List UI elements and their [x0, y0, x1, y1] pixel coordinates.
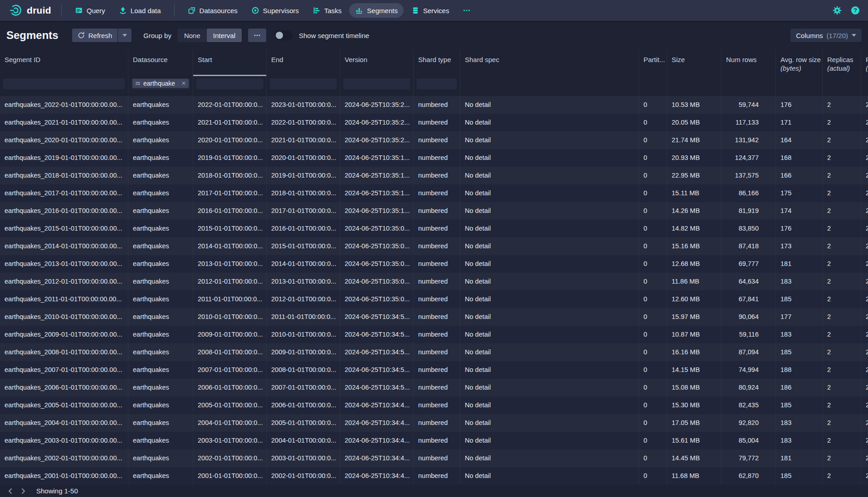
cell-size: 14.45 MB: [667, 449, 722, 467]
cell-segment-id: earthquakes_2020-01-01T00:00:00.00...: [0, 131, 128, 149]
table-row[interactable]: earthquakes_2001-01-01T00:00:00.00... ea…: [0, 467, 868, 485]
cell-num-rows: 137,575: [722, 167, 776, 184]
table-row[interactable]: earthquakes_2018-01-01T00:00:00.00... ea…: [0, 167, 868, 184]
caret-down-icon: [122, 34, 127, 37]
table-row[interactable]: earthquakes_2013-01-01T00:00:00.00... ea…: [0, 255, 868, 273]
cell-size: 11.68 MB: [667, 467, 722, 485]
nav-item-load-data[interactable]: Load data: [113, 3, 167, 18]
chevron-left-icon: [7, 488, 14, 494]
table-row[interactable]: earthquakes_2010-01-01T00:00:00.00... ea…: [0, 308, 868, 326]
column-header-num-rows[interactable]: Num rows: [722, 50, 776, 76]
table-row[interactable]: earthquakes_2020-01-01T00:00:00.00... ea…: [0, 131, 868, 149]
cell-version: 2024-06-25T10:35:0...: [340, 237, 414, 255]
pagination-next-button[interactable]: [17, 486, 29, 497]
table-row[interactable]: earthquakes_2004-01-01T00:00:00.00... ea…: [0, 414, 868, 432]
cell-shard-type: numbered: [414, 273, 460, 290]
table-row[interactable]: earthquakes_2009-01-01T00:00:00.00... ea…: [0, 326, 868, 343]
table-row[interactable]: earthquakes_2021-01-01T00:00:00.00... ea…: [0, 114, 868, 131]
remove-filter-icon[interactable]: ✕: [181, 80, 186, 87]
more-menu-button[interactable]: [457, 3, 477, 18]
column-header-shard-spec[interactable]: Shard spec: [460, 50, 639, 76]
column-header-size[interactable]: Size: [667, 50, 722, 76]
nav-item-datasources[interactable]: Datasources: [182, 3, 244, 18]
refresh-button[interactable]: Refresh: [72, 29, 118, 42]
cell-replicas: 2: [823, 220, 861, 237]
group-by-none-button[interactable]: None: [178, 29, 207, 42]
column-header-replicas[interactable]: Replicas(actual): [823, 50, 861, 76]
cell-version: 2024-06-25T10:35:1...: [340, 202, 414, 220]
toolbar-more-button[interactable]: [248, 29, 266, 42]
help-button[interactable]: ?: [851, 6, 860, 15]
table-row[interactable]: earthquakes_2017-01-01T00:00:00.00... ea…: [0, 184, 868, 202]
column-header-end[interactable]: End: [267, 50, 340, 76]
table-row[interactable]: earthquakes_2008-01-01T00:00:00.00... ea…: [0, 343, 868, 361]
pagination-prev-button[interactable]: [5, 486, 16, 497]
nav-divider: [174, 5, 175, 16]
nav-item-tasks[interactable]: Tasks: [307, 3, 347, 18]
table-row[interactable]: earthquakes_2022-01-01T00:00:00.00... ea…: [0, 96, 868, 114]
cell-num-rows: 59,744: [722, 96, 776, 114]
table-row[interactable]: earthquakes_2002-01-01T00:00:00.00... ea…: [0, 449, 868, 467]
refresh-caret-button[interactable]: [118, 29, 132, 42]
nav-item-segments[interactable]: Segments: [349, 3, 404, 18]
filter-input-segment-id[interactable]: [3, 77, 125, 89]
cell-num-rows: 86,166: [722, 184, 776, 202]
cell-partition: 0: [639, 273, 667, 290]
cell-segment-id: earthquakes_2005-01-01T00:00:00.00...: [0, 396, 128, 414]
table-row[interactable]: earthquakes_2014-01-01T00:00:00.00... ea…: [0, 237, 868, 255]
cell-partition: 0: [639, 167, 667, 184]
cell-segment-id: earthquakes_2022-01-01T00:00:00.00...: [0, 96, 128, 114]
table-row[interactable]: earthquakes_2015-01-01T00:00:00.00... ea…: [0, 220, 868, 237]
column-header-version[interactable]: Version: [340, 50, 414, 76]
column-header-segment-id[interactable]: Segment ID: [0, 50, 128, 76]
table-row[interactable]: earthquakes_2011-01-01T00:00:00.00... ea…: [0, 290, 868, 308]
cell-segment-id: earthquakes_2004-01-01T00:00:00.00...: [0, 414, 128, 432]
datasource-filter-tag[interactable]: earthquake ✕: [132, 79, 189, 88]
page-title: Segments: [6, 29, 59, 42]
cell-replicas: 2: [823, 273, 861, 290]
cell-avg-row-size: 183: [776, 432, 823, 449]
cell-start: 2003-01-01T00:00:0...: [193, 432, 267, 449]
load-data-icon: [119, 6, 127, 14]
column-header-partition[interactable]: Partit...: [639, 50, 667, 76]
nav-item-services[interactable]: Services: [405, 3, 455, 18]
cell-num-rows: 117,133: [722, 114, 776, 131]
table-row[interactable]: earthquakes_2003-01-01T00:00:00.00... ea…: [0, 432, 868, 449]
table-row[interactable]: earthquakes_2007-01-01T00:00:00.00... ea…: [0, 361, 868, 379]
column-header-avg-row-size[interactable]: Avg. row size(bytes): [776, 50, 823, 76]
table-row[interactable]: earthquakes_2005-01-01T00:00:00.00... ea…: [0, 396, 868, 414]
cell-version: 2024-06-25T10:35:2...: [340, 114, 414, 131]
column-header-shard-type[interactable]: Shard type: [414, 50, 460, 76]
filter-input-datasource[interactable]: earthquake ✕: [131, 77, 190, 89]
druid-logo[interactable]: druid: [6, 4, 54, 17]
column-header-datasource[interactable]: Datasource: [128, 50, 193, 76]
cell-replication-factor: 2: [861, 202, 868, 220]
column-header-start[interactable]: Start: [193, 50, 267, 76]
cell-shard-spec: No detail: [460, 202, 639, 220]
cell-shard-type: numbered: [414, 326, 460, 343]
column-header-replication-factor[interactable]: R(: [861, 50, 868, 76]
filter-input-shard-type[interactable]: [416, 77, 457, 89]
table-row[interactable]: earthquakes_2006-01-01T00:00:00.00... ea…: [0, 379, 868, 396]
cell-shard-type: numbered: [414, 202, 460, 220]
table-row[interactable]: earthquakes_2019-01-01T00:00:00.00... ea…: [0, 149, 868, 167]
columns-button[interactable]: Columns (17/20): [790, 29, 862, 42]
nav-item-query[interactable]: Query: [69, 3, 111, 18]
settings-button[interactable]: [833, 6, 842, 15]
cell-end: 2018-01-01T00:00:0...: [267, 184, 340, 202]
cell-size: 12.60 MB: [667, 290, 722, 308]
table-row[interactable]: earthquakes_2012-01-01T00:00:00.00... ea…: [0, 273, 868, 290]
cell-partition: 0: [639, 131, 667, 149]
table-row[interactable]: earthquakes_2016-01-01T00:00:00.00... ea…: [0, 202, 868, 220]
group-by-interval-button[interactable]: Interval: [207, 29, 242, 42]
segment-timeline-toggle[interactable]: [274, 30, 293, 40]
cell-version: 2024-06-25T10:34:5...: [340, 308, 414, 326]
cell-start: 2007-01-01T00:00:0...: [193, 361, 267, 379]
cell-replication-factor: 2: [861, 184, 868, 202]
cell-shard-type: numbered: [414, 414, 460, 432]
nav-item-supervisors[interactable]: Supervisors: [245, 3, 305, 18]
cell-replication-factor: 2: [861, 449, 868, 467]
filter-input-version[interactable]: [343, 77, 410, 89]
filter-input-start[interactable]: [196, 77, 263, 89]
filter-input-end[interactable]: [269, 77, 337, 89]
